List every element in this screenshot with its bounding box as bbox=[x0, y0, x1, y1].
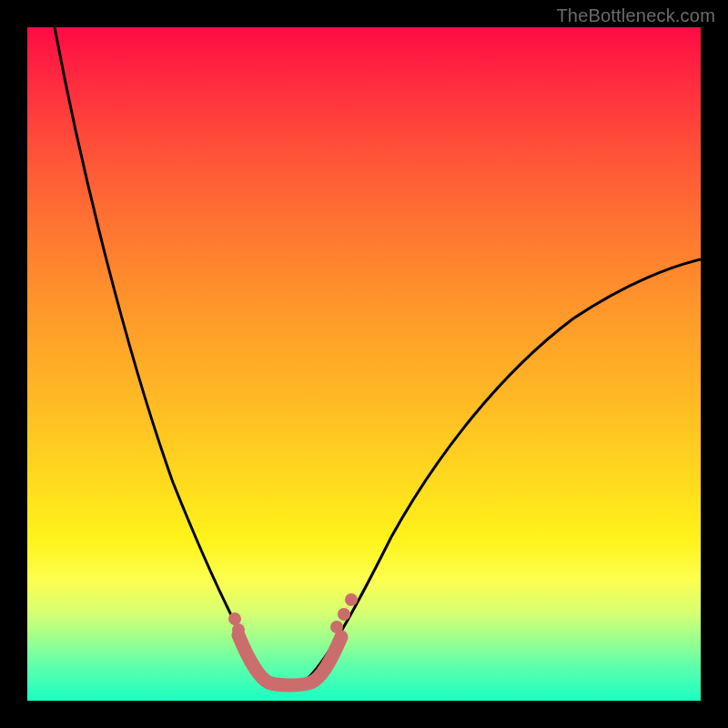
marker-dot bbox=[345, 593, 358, 606]
marker-band bbox=[238, 635, 341, 685]
marker-dot bbox=[232, 623, 245, 636]
left-curve bbox=[55, 27, 280, 684]
right-curve bbox=[300, 259, 701, 684]
marker-dot bbox=[228, 612, 241, 625]
watermark-text: TheBottleneck.com bbox=[556, 5, 715, 26]
marker-dot bbox=[338, 608, 350, 621]
plot-area bbox=[27, 27, 701, 701]
curve-layer bbox=[27, 27, 701, 701]
marker-dot bbox=[330, 621, 343, 633]
outer-frame: TheBottleneck.com bbox=[0, 0, 728, 728]
